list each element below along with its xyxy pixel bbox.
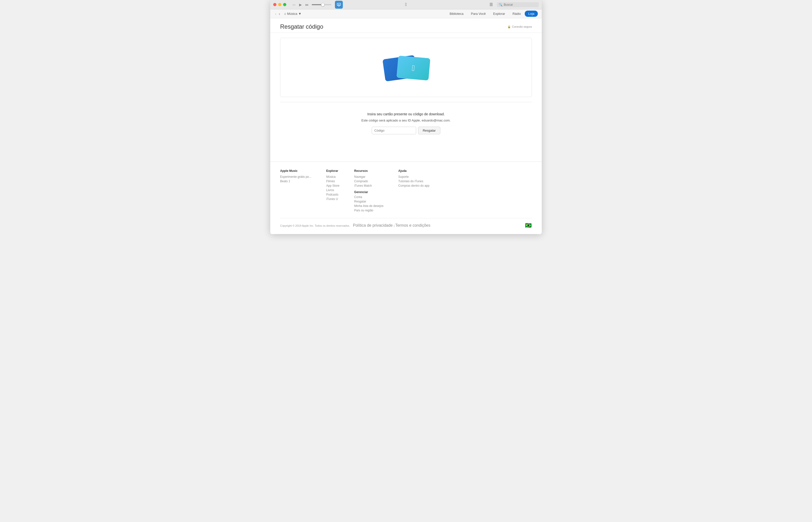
footer-link-navegar[interactable]: Navegar: [354, 175, 383, 179]
music-note-icon: ♫: [284, 12, 286, 16]
footer: Apple Music Experimente grátis po... Bea…: [270, 161, 542, 234]
footer-copyright-area: Copyright © 2019 Apple Inc. Todos os dir…: [280, 223, 431, 228]
gift-card-area:  : [280, 38, 532, 97]
redeem-text-secondary: Este código será aplicado a seu ID Apple…: [361, 119, 451, 122]
main-content: Resgatar código 🔒 Conexão segura  : [270, 18, 542, 234]
footer-link-pais[interactable]: País ou região: [354, 209, 383, 212]
prev-button[interactable]: ⏮: [291, 2, 297, 7]
footer-terms-link[interactable]: Termos e condições: [395, 223, 430, 227]
search-icon: 🔍: [499, 3, 502, 6]
footer-link-resgatar[interactable]: Resgatar: [354, 200, 383, 203]
minimize-button[interactable]: [278, 3, 282, 6]
footer-link-podcasts[interactable]: Podcasts: [326, 193, 339, 196]
footer-link-suporte[interactable]: Suporte: [398, 175, 430, 179]
gift-card-front: : [396, 56, 430, 80]
footer-col-ajuda: Ajuda Suporte Tutoriais do iTunes Compra…: [398, 169, 430, 213]
nav-tabs: Biblioteca Para Você Explorar Rádio Loja: [446, 11, 538, 17]
footer-bottom: Copyright © 2019 Apple Inc. Todos os dir…: [280, 218, 532, 229]
tab-biblioteca[interactable]: Biblioteca: [446, 11, 467, 17]
footer-link-compras-app[interactable]: Compras dentro do app: [398, 184, 430, 187]
footer-link-beats1[interactable]: Beats 1: [280, 180, 311, 183]
footer-link-filmes[interactable]: Filmes: [326, 180, 339, 183]
footer-link-app-store[interactable]: App Store: [326, 184, 339, 187]
next-button[interactable]: ⏭: [304, 2, 310, 7]
footer-link-tutoriais[interactable]: Tutoriais do iTunes: [398, 180, 430, 183]
divider: [280, 102, 532, 102]
forward-button[interactable]: ›: [278, 12, 281, 16]
titlebar: ⏮ ▶ ⏭  ☰ 🔍: [270, 0, 542, 9]
redeem-text-primary: Insira seu cartão presente ou código de …: [367, 112, 445, 116]
footer-link-comprado[interactable]: Comprado: [354, 180, 383, 183]
chevron-down-icon: ▼: [298, 12, 301, 16]
footer-link-musica[interactable]: Música: [326, 175, 339, 179]
footer-columns: Apple Music Experimente grátis po... Bea…: [280, 169, 532, 213]
search-bar[interactable]: 🔍: [497, 2, 539, 7]
footer-link-conta[interactable]: Conta: [354, 195, 383, 199]
menu-button[interactable]: ☰: [488, 1, 494, 8]
footer-col-ajuda-title: Ajuda: [398, 169, 430, 173]
apple-logo-card-front: : [412, 63, 415, 73]
window-controls: [273, 3, 286, 6]
footer-col-explorar-title: Explorar: [326, 169, 339, 173]
brazil-flag[interactable]: 🇧🇷: [524, 222, 532, 229]
footer-col-recursos-title: Recursos: [354, 169, 383, 173]
lock-icon: 🔒: [507, 25, 511, 28]
footer-link-livros[interactable]: Livros: [326, 188, 339, 192]
gift-cards-visual:  : [379, 50, 433, 85]
music-selector-label: Música: [287, 12, 297, 16]
footer-link-experimente[interactable]: Experimente grátis po...: [280, 175, 311, 179]
footer-copyright: Copyright © 2019 Apple Inc. Todos os dir…: [280, 224, 350, 227]
footer-privacy-link[interactable]: Política de privacidade: [353, 223, 393, 227]
footer-col-gerenciar-subtitle: Gerenciar: [354, 190, 383, 194]
tab-explorar[interactable]: Explorar: [490, 11, 508, 17]
footer-link-minha-lista[interactable]: Minha lista de desejos: [354, 204, 383, 208]
footer-col-apple-music-title: Apple Music: [280, 169, 311, 173]
play-button[interactable]: ▶: [298, 2, 303, 7]
footer-link-itunes-match[interactable]: iTunes Match: [354, 184, 383, 187]
close-button[interactable]: [273, 3, 276, 6]
titlebar-right: ☰ 🔍: [488, 1, 539, 8]
footer-col-explorar: Explorar Música Filmes App Store Livros …: [326, 169, 339, 213]
back-button[interactable]: ‹: [274, 12, 277, 16]
search-input[interactable]: [504, 3, 537, 6]
nav-arrows: ‹ ›: [274, 12, 281, 16]
redeem-input-row: Resgatar: [372, 127, 440, 134]
secure-connection-label: Conexão segura: [512, 25, 532, 28]
redeem-button[interactable]: Resgatar: [418, 127, 440, 134]
tab-loja[interactable]: Loja: [525, 11, 538, 17]
music-selector[interactable]: ♫ Música ▼: [284, 12, 301, 16]
maximize-button[interactable]: [283, 3, 286, 6]
tab-radio[interactable]: Rádio: [509, 11, 524, 17]
redeem-form: Insira seu cartão presente ou código de …: [270, 105, 542, 142]
page-title: Resgatar código: [280, 23, 323, 30]
navbar: ‹ › ♫ Música ▼ Biblioteca Para Você Expl…: [270, 9, 542, 18]
page-header: Resgatar código 🔒 Conexão segura: [270, 18, 542, 33]
apple-logo: : [405, 2, 407, 7]
footer-link-itunes-u[interactable]: iTunes U: [326, 197, 339, 201]
secure-connection: 🔒 Conexão segura: [507, 25, 532, 28]
transport-controls: ⏮ ▶ ⏭: [291, 2, 310, 7]
airplay-button[interactable]: [335, 1, 343, 8]
code-input[interactable]: [372, 127, 416, 134]
footer-col-recursos: Recursos Navegar Comprado iTunes Match G…: [354, 169, 383, 213]
tab-para-voce[interactable]: Para Você: [467, 11, 489, 17]
volume-slider[interactable]: [312, 4, 331, 5]
footer-col-apple-music: Apple Music Experimente grátis po... Bea…: [280, 169, 311, 213]
